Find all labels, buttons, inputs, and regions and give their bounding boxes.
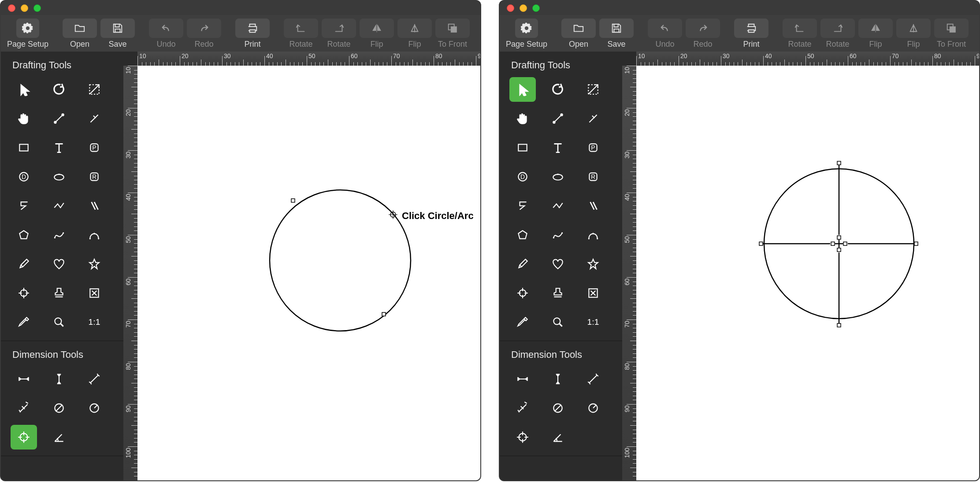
tool-rotate-handle[interactable] [545, 77, 571, 102]
tool-dim-diameter[interactable] [46, 396, 72, 420]
close-button[interactable] [8, 4, 15, 12]
flip-h-button[interactable] [360, 19, 394, 38]
tool-parallel-lines[interactable] [81, 193, 108, 218]
flip-v-button[interactable] [397, 19, 432, 38]
print-button[interactable] [734, 19, 768, 38]
tool-actual-size[interactable]: 1:1 [580, 310, 606, 334]
save-button[interactable] [100, 19, 135, 38]
vertical-ruler[interactable]: 102030405060708090100110 [123, 66, 137, 480]
tool-rounded-rect[interactable]: R [580, 164, 606, 189]
tool-dim-oblique[interactable] [81, 367, 108, 391]
tool-heart-shape[interactable] [545, 252, 571, 276]
print-button[interactable] [235, 19, 270, 38]
tool-scale-handle[interactable] [580, 77, 606, 102]
tool-rectangle[interactable] [509, 135, 536, 160]
tool-curve[interactable] [46, 223, 72, 247]
horizontal-ruler[interactable]: 102030405060708090100 [137, 52, 480, 66]
selection-handle[interactable] [382, 312, 386, 316]
tool-pointer[interactable] [509, 77, 536, 102]
tool-curve[interactable] [545, 223, 571, 247]
selection-handle[interactable] [914, 242, 918, 245]
selection-handle[interactable] [843, 242, 847, 245]
center-mark-graphic[interactable] [762, 162, 916, 325]
tool-eyedropper[interactable] [11, 310, 37, 334]
tool-dim-perp[interactable] [11, 396, 37, 420]
flip-v-button[interactable] [896, 19, 931, 38]
tool-parallel-lines[interactable] [580, 193, 606, 218]
redo-button[interactable] [686, 19, 720, 38]
tool-text[interactable] [545, 135, 571, 160]
tool-rectangle[interactable] [11, 135, 37, 160]
tool-dim-radius[interactable] [580, 396, 606, 420]
tool-stamp[interactable] [545, 281, 571, 305]
tool-polygon-open[interactable] [11, 193, 37, 218]
tool-dim-diameter[interactable] [545, 396, 571, 420]
tool-polyline[interactable] [545, 193, 571, 218]
tool-line[interactable] [545, 106, 571, 131]
rotate-left-button[interactable] [284, 19, 318, 38]
tool-heart-shape[interactable] [46, 252, 72, 276]
zoom-button[interactable] [532, 4, 540, 12]
tool-delete-x[interactable] [580, 281, 606, 305]
tool-center-mark[interactable] [11, 425, 37, 450]
redo-button[interactable] [187, 19, 221, 38]
close-button[interactable] [507, 4, 514, 12]
tool-stamp[interactable] [46, 281, 72, 305]
canvas[interactable] [636, 66, 979, 480]
tool-bezier[interactable] [81, 223, 108, 247]
tool-line[interactable] [46, 106, 72, 131]
page-setup-button[interactable] [515, 19, 538, 38]
selection-handle[interactable] [837, 323, 841, 327]
tool-crosshair[interactable] [11, 281, 37, 305]
selection-handle[interactable] [831, 242, 835, 245]
tool-zoom[interactable] [545, 310, 571, 334]
to-front-button[interactable] [435, 19, 470, 38]
tool-dim-radius[interactable] [81, 396, 108, 420]
tool-regular-polygon[interactable] [11, 223, 37, 247]
minimize-button[interactable] [520, 4, 527, 12]
undo-button[interactable] [149, 19, 183, 38]
undo-button[interactable] [648, 19, 682, 38]
rotate-right-button[interactable] [820, 19, 855, 38]
canvas[interactable]: Click Circle/Arc [137, 66, 480, 480]
save-button[interactable] [599, 19, 634, 38]
tool-dim-angle[interactable] [46, 425, 72, 450]
tool-ellipse[interactable] [545, 164, 571, 189]
tool-rotate-handle[interactable] [46, 77, 72, 102]
tool-actual-size[interactable]: 1:1 [81, 310, 108, 334]
page-setup-button[interactable] [16, 19, 39, 38]
tool-parallel[interactable]: P [81, 135, 108, 160]
tool-polyline[interactable] [46, 193, 72, 218]
tool-pointer[interactable] [11, 77, 37, 102]
tool-dim-vertical[interactable] [545, 367, 571, 391]
tool-pencil[interactable] [509, 252, 536, 276]
tool-delete-x[interactable] [81, 281, 108, 305]
tool-polygon-open[interactable] [509, 193, 536, 218]
tool-dim-horizontal[interactable] [509, 367, 536, 391]
tool-dim-oblique[interactable] [580, 367, 606, 391]
tool-dim-angle[interactable] [545, 425, 571, 450]
tool-star-shape[interactable] [81, 252, 108, 276]
selection-handle[interactable] [837, 161, 841, 165]
rotate-right-button[interactable] [322, 19, 356, 38]
selection-handle[interactable] [759, 242, 763, 245]
horizontal-ruler[interactable]: 102030405060708090100 [636, 52, 979, 66]
tool-dim-horizontal[interactable] [11, 367, 37, 391]
tool-double-line[interactable]: D [11, 164, 37, 189]
tool-regular-polygon[interactable] [509, 223, 536, 247]
selection-handle[interactable] [291, 199, 295, 202]
tool-perp-line[interactable] [81, 106, 108, 131]
tool-pan-hand[interactable] [509, 106, 536, 131]
tool-rounded-rect[interactable]: R [81, 164, 108, 189]
open-button[interactable] [63, 19, 97, 38]
selection-handle[interactable] [837, 248, 841, 252]
selection-handle[interactable] [837, 236, 841, 239]
tool-dim-perp[interactable] [509, 396, 536, 420]
tool-eyedropper[interactable] [509, 310, 536, 334]
tool-center-mark[interactable] [509, 425, 536, 450]
tool-scale-handle[interactable] [81, 77, 108, 102]
to-front-button[interactable] [934, 19, 969, 38]
tool-ellipse[interactable] [46, 164, 72, 189]
vertical-ruler[interactable]: 102030405060708090100110 [622, 66, 636, 480]
tool-parallel[interactable]: P [580, 135, 606, 160]
